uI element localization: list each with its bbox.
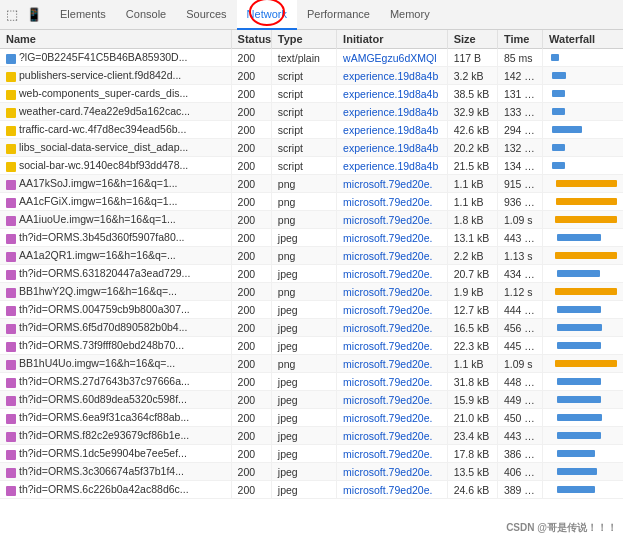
table-row[interactable]: th?id=ORMS.6f5d70d890582b0b4...200jpegmi… [0,319,623,337]
tab-elements[interactable]: Elements [50,0,116,30]
table-row[interactable]: th?id=ORMS.3c306674a5f37b1f4...200jpegmi… [0,463,623,481]
cell-status: 200 [231,409,271,427]
cell-waterfall [543,121,623,139]
col-header-size[interactable]: Size [447,30,497,49]
table-row[interactable]: th?id=ORMS.6c226b0a42ac88d6c...200jpegmi… [0,481,623,499]
waterfall-bar [557,396,601,403]
cell-name: ?lG=0B2245F41C5B46BA85930D... [0,49,231,67]
cell-waterfall [543,409,623,427]
table-row[interactable]: AA1iuoUe.imgw=16&h=16&q=1...200pngmicros… [0,211,623,229]
cell-type: script [271,85,336,103]
table-row[interactable]: th?id=ORMS.3b45d360f5907fa80...200jpegmi… [0,229,623,247]
table-row[interactable]: publishers-service-client.f9d842d...200s… [0,67,623,85]
cell-size: 21.5 kB [447,157,497,175]
cell-type: script [271,121,336,139]
cell-size: 20.7 kB [447,265,497,283]
table-row[interactable]: AA1a2QR1.imgw=16&h=16&q=...200pngmicroso… [0,247,623,265]
tab-memory[interactable]: Memory [380,0,440,30]
table-row[interactable]: libs_social-data-service_dist_adap...200… [0,139,623,157]
cell-initiator: microsoft.79ed20e. [337,211,448,229]
table-row[interactable]: social-bar-wc.9140ec84bf93dd478...200scr… [0,157,623,175]
cell-size: 1.1 kB [447,193,497,211]
waterfall-bar [555,288,617,295]
cell-type: png [271,175,336,193]
cell-name: BB1hU4Uo.imgw=16&h=16&q=... [0,355,231,373]
col-header-waterfall[interactable]: Waterfall [543,30,623,49]
col-header-status[interactable]: Status [231,30,271,49]
tab-sources[interactable]: Sources [176,0,236,30]
cell-initiator: microsoft.79ed20e. [337,391,448,409]
col-header-type[interactable]: Type [271,30,336,49]
cell-waterfall [543,391,623,409]
cell-initiator: experience.19d8a4b [337,139,448,157]
cell-waterfall [543,445,623,463]
table-row[interactable]: th?id=ORMS.004759cb9b800a307...200jpegmi… [0,301,623,319]
cell-size: 42.6 kB [447,121,497,139]
cell-initiator: microsoft.79ed20e. [337,427,448,445]
cell-size: 15.9 kB [447,391,497,409]
cell-time: 936 ms [497,193,542,211]
cell-time: 449 ms [497,391,542,409]
table-row[interactable]: th?id=ORMS.f82c2e93679cf86b1e...200jpegm… [0,427,623,445]
cell-name: th?id=ORMS.6f5d70d890582b0b4... [0,319,231,337]
cell-initiator: microsoft.79ed20e. [337,463,448,481]
device-icon[interactable]: 📱 [26,7,42,23]
table-header-row: Name Status Type Initiator Size Time Wat… [0,30,623,49]
cell-name: social-bar-wc.9140ec84bf93dd478... [0,157,231,175]
table-row[interactable]: th?id=ORMS.631820447a3ead729...200jpegmi… [0,265,623,283]
table-row[interactable]: th?id=ORMS.27d7643b37c97666a...200jpegmi… [0,373,623,391]
cell-status: 200 [231,49,271,67]
cell-status: 200 [231,463,271,481]
cell-time: 450 ms [497,409,542,427]
waterfall-bar [557,468,597,475]
cell-name: AA17kSoJ.imgw=16&h=16&q=1... [0,175,231,193]
cell-time: 131 ms [497,85,542,103]
waterfall-bar [557,270,600,277]
table-row[interactable]: AA17kSoJ.imgw=16&h=16&q=1...200pngmicros… [0,175,623,193]
cell-time: 456 ms [497,319,542,337]
cell-initiator: microsoft.79ed20e. [337,175,448,193]
table-row[interactable]: th?id=ORMS.6ea9f31ca364cf88ab...200jpegm… [0,409,623,427]
tab-performance[interactable]: Performance [297,0,380,30]
table-row[interactable]: AA1cFGiX.imgw=16&h=16&q=1...200pngmicros… [0,193,623,211]
cell-type: png [271,283,336,301]
col-header-initiator[interactable]: Initiator [337,30,448,49]
table-row[interactable]: BB1hwY2Q.imgw=16&h=16&q=...200pngmicroso… [0,283,623,301]
cell-type: jpeg [271,463,336,481]
cell-type: jpeg [271,337,336,355]
inspect-icon[interactable]: ⬚ [4,7,20,23]
cell-name: th?id=ORMS.27d7643b37c97666a... [0,373,231,391]
waterfall-bar [555,360,617,367]
table-row[interactable]: BB1hU4Uo.imgw=16&h=16&q=...200pngmicroso… [0,355,623,373]
cell-type: png [271,355,336,373]
cell-status: 200 [231,121,271,139]
cell-initiator: microsoft.79ed20e. [337,229,448,247]
table-row[interactable]: web-components_super-cards_dis...200scri… [0,85,623,103]
table-row[interactable]: th?id=ORMS.60d89dea5320c598f...200jpegmi… [0,391,623,409]
cell-type: script [271,103,336,121]
cell-status: 200 [231,319,271,337]
cell-type: jpeg [271,301,336,319]
tab-console[interactable]: Console [116,0,176,30]
cell-initiator: wAMGEgzu6dXMQl [337,49,448,67]
tab-network[interactable]: Network [237,0,297,30]
cell-status: 200 [231,229,271,247]
cell-initiator: microsoft.79ed20e. [337,283,448,301]
cell-time: 142 ms [497,67,542,85]
cell-status: 200 [231,85,271,103]
col-header-time[interactable]: Time [497,30,542,49]
waterfall-bar [557,414,602,421]
col-header-name[interactable]: Name [0,30,231,49]
table-row[interactable]: th?id=ORMS.1dc5e9904be7ee5ef...200jpegmi… [0,445,623,463]
table-row[interactable]: th?id=ORMS.73f9fff80ebd248b70...200jpegm… [0,337,623,355]
cell-size: 20.2 kB [447,139,497,157]
cell-initiator: microsoft.79ed20e. [337,445,448,463]
cell-type: jpeg [271,481,336,499]
cell-initiator: microsoft.79ed20e. [337,319,448,337]
cell-name: AA1iuoUe.imgw=16&h=16&q=1... [0,211,231,229]
table-row[interactable]: ?lG=0B2245F41C5B46BA85930D...200text/pla… [0,49,623,67]
table-row[interactable]: weather-card.74ea22e9d5a162cac...200scri… [0,103,623,121]
cell-size: 31.8 kB [447,373,497,391]
table-row[interactable]: traffic-card-wc.4f7d8ec394ead56b...200sc… [0,121,623,139]
cell-size: 2.2 kB [447,247,497,265]
